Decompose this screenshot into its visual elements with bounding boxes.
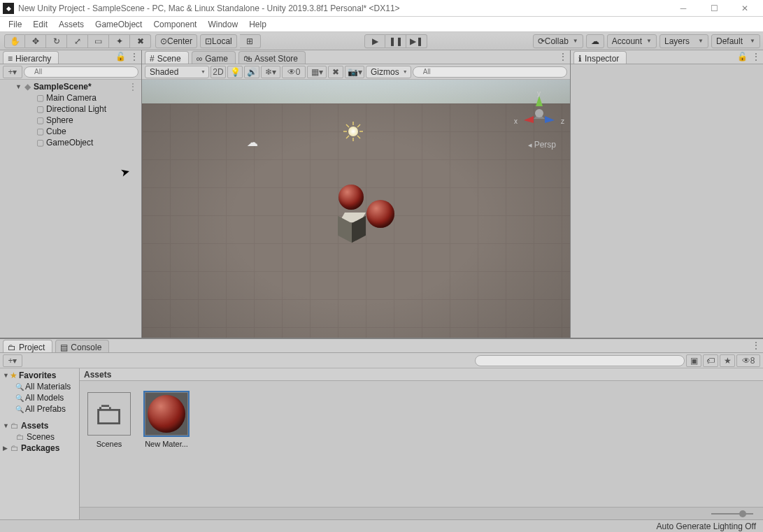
- search-by-type-button[interactable]: ▣: [686, 354, 701, 367]
- step-button[interactable]: ▶❚: [406, 34, 427, 48]
- cloud-gizmo[interactable]: ☁: [247, 136, 258, 149]
- svg-point-12: [535, 109, 543, 117]
- menu-file[interactable]: File: [3, 18, 27, 31]
- transform-tool[interactable]: ✦: [109, 34, 130, 48]
- hierarchy-icon: ≡: [8, 54, 13, 64]
- inspector-body: [571, 64, 763, 338]
- scene-tab[interactable]: #Scene: [145, 51, 189, 64]
- close-button[interactable]: ✕: [729, 0, 760, 17]
- 2d-toggle[interactable]: 2D: [211, 66, 226, 78]
- asset-zoom-slider[interactable]: [80, 507, 763, 519]
- scale-tool[interactable]: ⤢: [67, 34, 88, 48]
- scene-visibility-toggle[interactable]: 👁0: [282, 66, 306, 78]
- asset-new-material[interactable]: New Mater...: [144, 392, 189, 496]
- collab-dropdown[interactable]: ⟳ Collab▼: [533, 34, 583, 48]
- orientation-gizmo[interactable]: x y z: [518, 92, 560, 134]
- cube-object[interactable]: [338, 213, 364, 240]
- fav-all-prefabs[interactable]: 🔍All Prefabs: [0, 403, 79, 415]
- search-icon: 🔍: [15, 405, 24, 413]
- gameobject-icon: ▢: [35, 127, 45, 136]
- menu-help[interactable]: Help: [243, 18, 272, 31]
- scene-menu-icon[interactable]: ⋮: [129, 82, 137, 92]
- pivot-rotation-button[interactable]: ⊡Local: [200, 34, 237, 48]
- perspective-label[interactable]: ◂ Persp: [528, 140, 556, 150]
- hierarchy-panel-menu[interactable]: 🔓⋮: [115, 52, 138, 62]
- svg-marker-10: [545, 116, 555, 123]
- cloud-button[interactable]: ☁: [586, 34, 604, 48]
- fav-all-materials[interactable]: 🔍All Materials: [0, 381, 79, 392]
- svg-marker-8: [536, 96, 543, 106]
- project-folder-tree: ▼★Favorites 🔍All Materials 🔍All Models 🔍…: [0, 368, 80, 519]
- asset-scenes-folder[interactable]: 🗀 Scenes: [87, 392, 131, 496]
- inspector-panel-menu[interactable]: 🔓⋮: [737, 52, 760, 62]
- svg-line-4: [346, 124, 349, 127]
- scene-grid-dropdown[interactable]: ▦▾: [307, 66, 327, 78]
- fx-dropdown[interactable]: ❄▾: [261, 66, 280, 78]
- create-dropdown[interactable]: +▾: [3, 66, 22, 78]
- pause-button[interactable]: ❚❚: [385, 34, 406, 48]
- move-tool[interactable]: ✥: [25, 34, 46, 48]
- project-create-dropdown[interactable]: +▾: [3, 354, 22, 367]
- menu-gameobject[interactable]: GameObject: [90, 18, 148, 31]
- account-dropdown[interactable]: Account▼: [607, 34, 657, 48]
- menu-assets[interactable]: Assets: [53, 18, 90, 31]
- hierarchy-item-sphere[interactable]: ▢Sphere: [0, 115, 141, 126]
- main-toolbar: ✋ ✥ ↻ ⤢ ▭ ✦ ✖ ⊙Center ⊡Local ⊞ ▶ ❚❚ ▶❚ ⟳…: [0, 32, 763, 50]
- hierarchy-panel: ≡Hierarchy 🔓⋮ +▾ 🔍 ▼◆SampleScene*⋮ ▢Main…: [0, 50, 142, 338]
- custom-tool[interactable]: ✖: [130, 34, 151, 48]
- menu-edit[interactable]: Edit: [27, 18, 53, 31]
- scene-panel-menu[interactable]: ⋮: [559, 52, 567, 62]
- audio-toggle[interactable]: 🔊: [244, 66, 259, 78]
- hand-tool[interactable]: ✋: [4, 34, 25, 48]
- directional-light-gizmo[interactable]: [343, 122, 363, 141]
- search-by-label-button[interactable]: 🏷: [703, 354, 718, 367]
- scene-viewport[interactable]: ☁ x y z ◂ Persp: [142, 80, 570, 338]
- project-breadcrumb[interactable]: Assets: [80, 368, 763, 381]
- save-search-button[interactable]: ★: [720, 354, 735, 367]
- sphere-object-2[interactable]: [366, 200, 394, 228]
- sphere-object-1[interactable]: [338, 185, 364, 210]
- packages-root[interactable]: ▶🗀Packages: [0, 443, 79, 454]
- fav-all-models[interactable]: 🔍All Models: [0, 392, 79, 403]
- lock-icon: 🔓: [115, 52, 126, 62]
- folder-icon: 🗀: [15, 432, 25, 442]
- search-icon: 🔍: [15, 394, 24, 402]
- hierarchy-search[interactable]: [24, 66, 138, 78]
- project-search[interactable]: [475, 355, 685, 366]
- hidden-packages-toggle[interactable]: 👁8: [736, 354, 760, 367]
- project-tab[interactable]: 🗀Project: [3, 340, 52, 352]
- scene-icon: ◆: [22, 82, 32, 92]
- hierarchy-tab[interactable]: ≡Hierarchy: [3, 51, 59, 64]
- console-tab[interactable]: ▤Console: [55, 340, 109, 352]
- gizmos-dropdown[interactable]: Gizmos: [366, 66, 411, 78]
- hierarchy-item-cube[interactable]: ▢Cube: [0, 126, 141, 137]
- assets-scenes[interactable]: 🗀Scenes: [0, 431, 79, 443]
- favorites-row[interactable]: ▼★Favorites: [0, 370, 79, 381]
- assets-root[interactable]: ▼🗀Assets: [0, 420, 79, 431]
- layout-dropdown[interactable]: Default▼: [711, 34, 760, 48]
- play-button[interactable]: ▶: [364, 34, 385, 48]
- rotate-tool[interactable]: ↻: [46, 34, 67, 48]
- minimize-button[interactable]: ─: [668, 0, 699, 17]
- layers-dropdown[interactable]: Layers▼: [659, 34, 708, 48]
- pivot-mode-button[interactable]: ⊙Center: [155, 34, 197, 48]
- rect-tool[interactable]: ▭: [88, 34, 109, 48]
- game-tab[interactable]: ∞Game: [192, 51, 236, 64]
- scene-tools-button[interactable]: ✖: [328, 66, 343, 78]
- window-titlebar: ◆ New Unity Project - SampleScene - PC, …: [0, 0, 763, 17]
- menu-component[interactable]: Component: [148, 18, 202, 31]
- project-panel-menu[interactable]: ⋮: [752, 340, 760, 350]
- shading-mode-dropdown[interactable]: Shaded: [145, 66, 209, 78]
- scene-row[interactable]: ▼◆SampleScene*⋮: [0, 81, 141, 92]
- lighting-toggle[interactable]: 💡: [227, 66, 243, 78]
- scene-search[interactable]: [413, 66, 567, 78]
- snap-button[interactable]: ⊞: [240, 34, 261, 48]
- inspector-tab[interactable]: ℹInspector: [573, 51, 627, 64]
- maximize-button[interactable]: ☐: [699, 0, 729, 17]
- asset-store-tab[interactable]: 🛍Asset Store: [238, 51, 306, 64]
- hierarchy-item-directional-light[interactable]: ▢Directional Light: [0, 103, 141, 115]
- menu-window[interactable]: Window: [202, 18, 243, 31]
- hierarchy-item-gameobject[interactable]: ▢GameObject: [0, 137, 141, 148]
- hierarchy-item-main-camera[interactable]: ▢Main Camera: [0, 92, 141, 103]
- scene-camera-dropdown[interactable]: 📷▾: [345, 66, 364, 78]
